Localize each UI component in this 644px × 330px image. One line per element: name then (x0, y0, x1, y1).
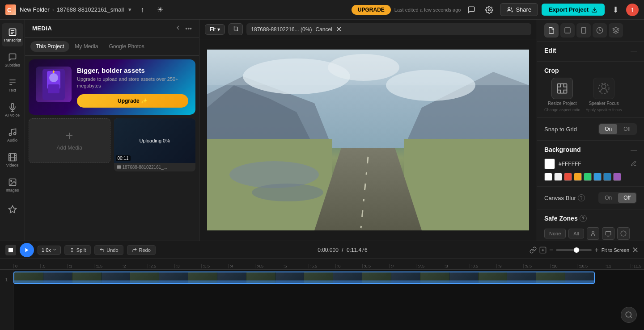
safe-zones-collapse-button[interactable]: — (631, 215, 637, 222)
sidebar-item-images[interactable]: Images (2, 173, 23, 196)
speaker-focus-sublabel: Apply speaker focus (586, 108, 622, 112)
safe-zone-screen-icon[interactable] (602, 227, 614, 240)
background-collapse-button[interactable]: — (631, 146, 637, 153)
zoom-split-icon[interactable] (539, 246, 547, 254)
safe-zone-circle-icon[interactable] (617, 227, 630, 240)
zoom-thumb[interactable] (574, 247, 579, 253)
stop-button[interactable] (5, 245, 16, 255)
add-media-button[interactable]: Add Media (29, 118, 110, 163)
svg-rect-21 (234, 27, 237, 30)
breadcrumb-separator: › (52, 6, 54, 13)
svg-point-2 (488, 8, 491, 11)
background-color-swatch[interactable] (544, 159, 555, 169)
settings-icon[interactable] (482, 3, 496, 17)
zoom-out-button[interactable]: − (549, 246, 553, 254)
swatch-darkblue[interactable] (603, 173, 611, 181)
right-tab-file[interactable] (544, 23, 559, 38)
ruler-mark-6: :6 (335, 264, 362, 268)
speed-button[interactable]: 1.0x (38, 246, 61, 255)
split-button[interactable]: Split (64, 245, 91, 255)
tab-this-project[interactable]: This Project (30, 41, 69, 52)
swatch-blue[interactable] (593, 173, 602, 181)
media-item-uploading[interactable]: Uploading 0% 00:11 187688-881022161_... (114, 118, 196, 171)
right-tab-mobile[interactable] (576, 23, 591, 38)
sidebar-item-audio[interactable]: Audio (2, 123, 23, 146)
zoom-in-button[interactable]: + (594, 246, 598, 254)
fit-button[interactable]: Fit ▾ (205, 24, 225, 35)
swatch-lightgray[interactable] (554, 173, 562, 181)
sidebar-item-videos[interactable]: Videos (2, 148, 23, 171)
zoom-slider[interactable] (556, 249, 592, 251)
undo-button[interactable]: Undo (94, 245, 123, 255)
video-clip[interactable] (13, 272, 595, 284)
add-media-label: Add Media (57, 145, 82, 151)
cancel-upload-button[interactable]: Cancel (315, 26, 332, 33)
sidebar-images-label: Images (6, 188, 19, 192)
safe-zones-controls: None All (544, 227, 637, 240)
media-panel-more-options[interactable]: ••• (185, 25, 192, 32)
tab-my-media[interactable]: My Media (69, 41, 103, 52)
zoom-link-icon[interactable] (530, 246, 537, 254)
sidebar-item-transcript[interactable]: Transcript (2, 23, 23, 46)
redo-button[interactable]: Redo (127, 245, 156, 255)
sidebar-item-subtitles[interactable]: Subtitles (2, 48, 23, 71)
user-avatar[interactable]: t (626, 4, 639, 16)
sidebar-item-effects[interactable] (2, 198, 23, 221)
sidebar-subtitles-label: Subtitles (4, 63, 20, 67)
svg-rect-15 (48, 84, 59, 93)
right-tab-layers[interactable] (609, 23, 623, 38)
safe-zones-section: Safe Zones ? — None All (537, 209, 644, 241)
safe-zones-title-row: Safe Zones ? — (544, 215, 637, 222)
swatch-purple[interactable] (613, 173, 621, 181)
sidebar-item-ai-voice[interactable]: AI Voice (2, 98, 23, 121)
background-color-hex: #FFFFFF (559, 161, 627, 167)
media-panel-chevron-left[interactable] (174, 24, 182, 33)
swatch-white[interactable] (544, 173, 552, 181)
safe-zone-none-button[interactable]: None (544, 229, 566, 238)
crop-toggle-button[interactable] (229, 23, 243, 35)
svg-point-28 (229, 161, 319, 188)
brightness-icon[interactable]: ☀ (153, 3, 167, 17)
search-fab-button[interactable] (621, 307, 637, 323)
ruler-mark-11: :11 (604, 264, 631, 268)
canvas-blur-off-button[interactable]: Off (618, 193, 636, 203)
canvas-blur-section: Canvas Blur ? On Off (537, 187, 644, 209)
play-button[interactable] (20, 243, 34, 257)
safe-zone-person-icon[interactable] (587, 227, 599, 240)
tab-google-photos[interactable]: Google Photos (103, 41, 149, 52)
right-tab-resize[interactable] (560, 23, 575, 38)
snap-on-button[interactable]: On (599, 124, 617, 134)
ruler-mark-105: :10.5 (577, 264, 604, 268)
share-button[interactable]: Share (500, 3, 538, 16)
breadcrumb-dropdown-icon[interactable]: ▾ (128, 6, 131, 13)
download-button[interactable]: ⬇ (608, 3, 623, 17)
color-picker-button[interactable] (631, 160, 637, 168)
track-label-1: 1 (0, 272, 13, 288)
safe-zone-all-button[interactable]: All (568, 229, 584, 238)
timeline-close-button[interactable]: ✕ (632, 245, 639, 255)
ruler-mark-15: :1.5 (94, 264, 121, 268)
right-tab-clock[interactable] (593, 23, 607, 38)
upgrade-banner-button[interactable]: Upgrade ✨ (77, 94, 188, 108)
speaker-focus-option[interactable]: Speaker Focus Apply speaker focus (586, 78, 622, 112)
fit-to-screen-button[interactable]: Fit to Screen (602, 247, 629, 253)
snap-off-button[interactable]: Off (618, 124, 636, 134)
notifications-icon[interactable] (464, 3, 479, 17)
edit-collapse-button[interactable]: — (631, 47, 637, 54)
canvas-blur-on-button[interactable]: On (599, 193, 617, 203)
swatch-orange[interactable] (574, 173, 582, 181)
ruler-mark-05: .5 (40, 264, 67, 268)
swatch-green[interactable] (584, 173, 592, 181)
color-swatches (544, 173, 637, 181)
share-upload-icon[interactable]: ↑ (135, 3, 149, 17)
swatch-red[interactable] (564, 173, 572, 181)
resize-project-option[interactable]: Resize Project Change aspect ratio (544, 78, 580, 112)
folder-name[interactable]: New Folder (20, 6, 49, 13)
media-panel-icons: ••• (174, 24, 192, 33)
upgrade-button[interactable]: UPGRADE (352, 5, 391, 15)
sidebar-item-text[interactable]: Text (2, 73, 23, 96)
export-button[interactable]: Export Project (542, 4, 605, 16)
track-content[interactable] (13, 270, 644, 330)
close-upload-button[interactable]: ✕ (336, 25, 342, 33)
ruler-mark-95: :9.5 (523, 264, 550, 268)
